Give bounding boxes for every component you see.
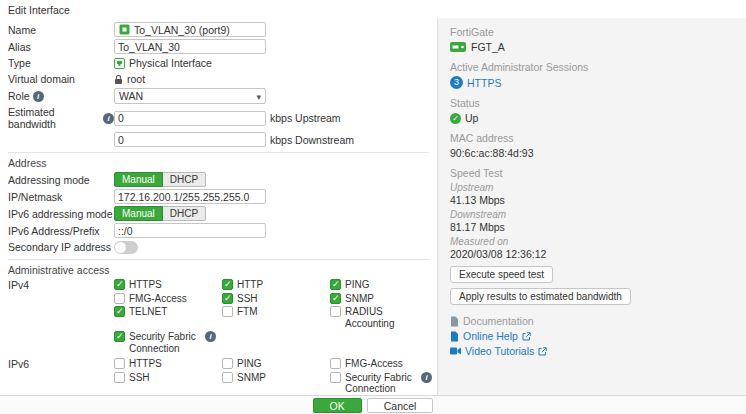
- ipv4-access-grid: HTTPS HTTP PING FMG-Access SSH SNMP TELN…: [114, 279, 432, 354]
- apply-results-button[interactable]: Apply results to estimated bandwidth: [450, 288, 631, 305]
- ipv4-http-checkbox[interactable]: HTTP: [222, 279, 324, 291]
- measured-on-value: 2020/03/08 12:36:12: [450, 248, 734, 260]
- ipv4-snmp-checkbox[interactable]: SNMP: [330, 293, 432, 305]
- ipv6-ping-checkbox[interactable]: PING: [222, 358, 324, 370]
- ipv4-ping-checkbox[interactable]: PING: [330, 279, 432, 291]
- ipv6-mode-dhcp-button[interactable]: DHCP: [162, 206, 206, 221]
- ipv4-telnet-checkbox[interactable]: TELNET: [114, 306, 216, 329]
- bandwidth-info-icon[interactable]: [103, 113, 114, 124]
- checkbox-box[interactable]: [330, 306, 341, 317]
- checkbox-box[interactable]: [114, 306, 125, 317]
- status-heading: Status: [450, 97, 734, 109]
- edit-interface-page: Edit Interface Name To_VLAN_30 (port9) A…: [0, 0, 746, 414]
- checkbox-box[interactable]: [222, 372, 233, 383]
- checkbox-label: SNMP: [237, 372, 266, 384]
- admin-access-section: Administrative access IPv4 HTTPS HTTP PI…: [8, 259, 429, 395]
- fortigate-device-icon: [450, 42, 466, 52]
- checkbox-box[interactable]: [114, 331, 125, 342]
- ok-button[interactable]: OK: [313, 398, 362, 413]
- ipv4-fmg-access-checkbox[interactable]: FMG-Access: [114, 293, 216, 305]
- upstream-bandwidth-input[interactable]: [114, 111, 266, 126]
- checkbox-label: PING: [345, 279, 369, 291]
- ipv4-radius-accounting-checkbox[interactable]: RADIUS Accounting: [330, 306, 432, 329]
- checkbox-label: SNMP: [345, 293, 374, 305]
- ipv4-https-checkbox[interactable]: HTTPS: [114, 279, 216, 291]
- checkbox-label: PING: [237, 358, 261, 370]
- checkbox-box[interactable]: [222, 279, 233, 290]
- checkbox-label: HTTPS: [129, 279, 162, 291]
- checkbox-box[interactable]: [330, 358, 341, 369]
- downstream-value: 81.17 Mbps: [450, 221, 734, 233]
- device-name: FGT_A: [471, 41, 505, 53]
- online-help-label: Online Help: [463, 330, 518, 342]
- sessions-heading: Active Administrator Sessions: [450, 61, 734, 73]
- ipv4-security-fabric-checkbox[interactable]: Security Fabric Connection: [114, 331, 216, 354]
- ipv6-addressing-mode-label: IPv6 addressing mode: [8, 208, 114, 220]
- ipv6-snmp-checkbox[interactable]: SNMP: [222, 372, 324, 395]
- role-select[interactable]: WAN: [114, 88, 266, 104]
- form-footer: OK Cancel: [0, 395, 746, 414]
- downstream-bandwidth-input[interactable]: [114, 132, 266, 147]
- checkbox-box[interactable]: [222, 306, 233, 317]
- admin-access-heading: Administrative access: [8, 264, 429, 276]
- page-title: Edit Interface: [0, 0, 746, 18]
- checkbox-label: FMG-Access: [129, 293, 187, 305]
- estimated-bandwidth-label: Estimated bandwidth: [8, 106, 100, 130]
- physical-interface-icon: [114, 58, 125, 69]
- checkbox-label: FTM: [237, 306, 258, 318]
- role-info-icon[interactable]: [33, 91, 44, 102]
- cancel-button[interactable]: Cancel: [367, 398, 434, 413]
- role-label: Role: [8, 90, 30, 102]
- ipv6-security-fabric-checkbox[interactable]: Security Fabric Connection: [330, 372, 432, 395]
- execute-speed-test-button[interactable]: Execute speed test: [450, 266, 553, 283]
- virtual-domain-label: Virtual domain: [8, 73, 114, 85]
- checkbox-box[interactable]: [330, 293, 341, 304]
- security-fabric-info-icon[interactable]: [421, 372, 432, 383]
- checkbox-box[interactable]: [114, 293, 125, 304]
- edit-interface-form: Name To_VLAN_30 (port9) Alias Type: [0, 18, 437, 395]
- video-tutorials-link[interactable]: Video Tutorials: [450, 345, 734, 357]
- address-heading: Address: [8, 157, 429, 169]
- alias-input[interactable]: [114, 39, 266, 54]
- session-count-badge: 3: [450, 76, 463, 89]
- alias-label: Alias: [8, 41, 114, 53]
- ipv6-https-checkbox[interactable]: HTTPS: [114, 358, 216, 370]
- ip-netmask-label: IP/Netmask: [8, 191, 114, 203]
- checkbox-label: Security Fabric Connection: [129, 331, 201, 354]
- video-camera-icon: [450, 347, 461, 355]
- addressing-mode-dhcp-button[interactable]: DHCP: [162, 172, 206, 187]
- external-link-icon: [522, 332, 531, 341]
- ip-netmask-input[interactable]: [114, 189, 266, 204]
- security-fabric-info-icon[interactable]: [205, 331, 216, 342]
- ipv6-access-label: IPv6: [8, 358, 114, 370]
- checkbox-box[interactable]: [330, 372, 341, 383]
- online-help-link[interactable]: Online Help: [450, 330, 734, 342]
- ipv6-fmg-access-checkbox[interactable]: FMG-Access: [330, 358, 432, 370]
- name-field: To_VLAN_30 (port9): [114, 22, 266, 37]
- checkbox-box[interactable]: [114, 358, 125, 369]
- upstream-unit-label: kbps Upstream: [270, 112, 341, 124]
- checkbox-box[interactable]: [114, 279, 125, 290]
- checkbox-label: SSH: [237, 293, 258, 305]
- ipv6-address-input[interactable]: [114, 223, 266, 238]
- sessions-protocol-link[interactable]: HTTPS: [467, 77, 501, 89]
- checkbox-box[interactable]: [222, 358, 233, 369]
- measured-on-label: Measured on: [450, 236, 734, 247]
- mac-address-value: 90:6c:ac:88:4d:93: [450, 147, 734, 159]
- interface-icon: [119, 24, 130, 35]
- secondary-ip-label: Secondary IP address: [8, 241, 114, 253]
- chevron-down-icon: [256, 90, 261, 102]
- checkbox-box[interactable]: [114, 372, 125, 383]
- ipv6-ssh-checkbox[interactable]: SSH: [114, 372, 216, 395]
- lock-icon: [114, 74, 123, 85]
- type-value: Physical Interface: [129, 57, 212, 69]
- mac-address-heading: MAC address: [450, 132, 734, 144]
- ipv4-ftm-checkbox[interactable]: FTM: [222, 306, 324, 329]
- ipv6-mode-manual-button[interactable]: Manual: [114, 206, 163, 221]
- checkbox-label: HTTPS: [129, 358, 162, 370]
- addressing-mode-manual-button[interactable]: Manual: [114, 172, 163, 187]
- checkbox-box[interactable]: [330, 279, 341, 290]
- checkbox-box[interactable]: [222, 293, 233, 304]
- secondary-ip-toggle[interactable]: [114, 241, 138, 254]
- ipv4-ssh-checkbox[interactable]: SSH: [222, 293, 324, 305]
